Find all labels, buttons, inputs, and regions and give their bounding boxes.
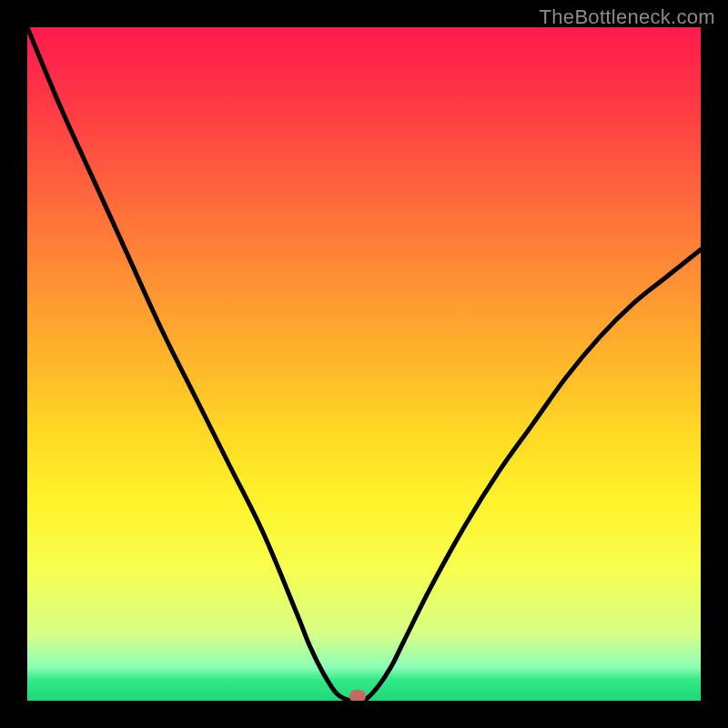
plot-area xyxy=(27,27,701,701)
optimal-point-marker xyxy=(349,690,366,701)
bottleneck-curve xyxy=(27,27,701,701)
watermark-text: TheBottleneck.com xyxy=(540,5,715,29)
chart-frame: TheBottleneck.com xyxy=(0,0,728,728)
